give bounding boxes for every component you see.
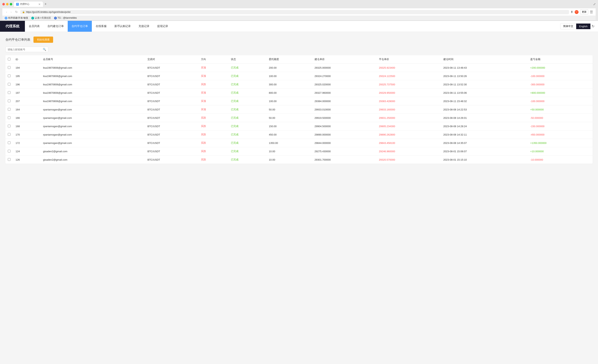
url-bar[interactable]: 🔒 https://jys105.timibbs.vip/Agent/Index… xyxy=(20,10,569,14)
select-all-checkbox[interactable] xyxy=(8,58,10,60)
row-checkbox-3[interactable] xyxy=(8,91,10,94)
forward-btn[interactable]: › xyxy=(9,10,12,14)
bookmark-dev[interactable]: ⚙ 程序搭建/开发/修复 xyxy=(5,16,28,20)
row-checkbox-10[interactable] xyxy=(8,150,10,153)
close-window-btn[interactable] xyxy=(2,3,5,5)
brand-title: 代理系统 xyxy=(5,24,19,29)
cell-direction: 买跌 xyxy=(199,155,229,164)
cell-pair: BTC/USDT xyxy=(145,64,199,72)
cell-status: 已完成 xyxy=(229,105,266,114)
row-checkbox-11[interactable] xyxy=(8,158,10,161)
nav-withdraw[interactable]: 提现记录 xyxy=(153,21,172,32)
cell-id: 124 xyxy=(13,147,41,155)
lang-en-btn[interactable]: English xyxy=(576,24,590,29)
lang-switcher: 简体中文 English ↻ xyxy=(560,23,598,30)
cell-account: lisa19870808@gmail.com xyxy=(41,64,145,72)
cell-account: rpaniamogan@gmail.com xyxy=(41,122,145,130)
cell-open-time: 2023-08-08 14:28:24 xyxy=(441,122,528,130)
active-tab[interactable]: 代 代理中心 ✕ xyxy=(14,1,43,7)
cell-pnl: +10.000000 xyxy=(528,147,593,155)
row-checkbox-cell xyxy=(5,105,13,114)
maximize-icon[interactable]: ⤢ xyxy=(593,2,596,6)
col-status: 状态 xyxy=(229,55,266,64)
cell-open-price: 29325.020000 xyxy=(312,80,377,89)
row-checkbox-1[interactable] xyxy=(8,74,10,77)
header-refresh-btn[interactable]: ↻ xyxy=(590,23,596,30)
cell-id: 164 xyxy=(13,105,41,114)
maximize-window-btn[interactable] xyxy=(10,3,12,5)
cell-account: rpaniamogan@gmail.com xyxy=(41,105,145,114)
search-icon: 🔍 xyxy=(43,48,46,51)
nav-open-orders[interactable]: 合约建仓订单 xyxy=(44,21,68,32)
col-pnl: 盈亏金额 xyxy=(528,55,593,64)
update-btn[interactable]: 更新 xyxy=(580,9,588,14)
cell-close-price: 29905.234300 xyxy=(377,122,441,130)
nav-recharge[interactable]: 充值记录 xyxy=(135,21,153,32)
nav-members-label: 会员列表 xyxy=(29,24,40,28)
row-checkbox-4[interactable] xyxy=(8,100,10,102)
tab-favicon: 代 xyxy=(16,3,19,6)
bookmark-tg[interactable]: ✈ TG：@tianmeibbs xyxy=(54,16,77,20)
tab-close-btn[interactable]: ✕ xyxy=(38,3,41,6)
traffic-lights xyxy=(2,3,12,5)
cell-pair: BTC/USDT xyxy=(145,147,199,155)
minimize-window-btn[interactable] xyxy=(6,3,8,5)
reload-btn[interactable]: ↻ xyxy=(14,10,19,14)
app-header: 代理系统 会员列表 合约建仓订单 合约平仓订单 在线客服 新币认购记录 充值记录… xyxy=(0,21,598,32)
cell-direction: 买跌 xyxy=(199,80,229,89)
row-checkbox-6[interactable] xyxy=(8,116,10,119)
col-amount: 委托额度 xyxy=(266,55,312,64)
cell-direction: 买涨 xyxy=(199,105,229,114)
col-open-time: 建仓时间 xyxy=(441,55,528,64)
lang-zh-btn[interactable]: 简体中文 xyxy=(560,23,576,29)
cell-open-price: 29325.000000 xyxy=(312,64,377,72)
table-row: 196 lisa19870808@gmail.com BTC/USDT 买跌 已… xyxy=(5,80,593,89)
cell-pair: BTC/USDT xyxy=(145,139,199,147)
table-header-row: ID 会员账号 交易对 方向 状态 委托额度 建仓单价 平仓单价 建仓时间 盈亏… xyxy=(5,55,593,64)
cell-close-price: 29329.950000 xyxy=(377,89,441,97)
cell-id: 196 xyxy=(13,80,41,89)
cell-amount: 10.00 xyxy=(266,147,312,155)
cell-pnl: -450.000000 xyxy=(528,130,593,139)
row-checkbox-8[interactable] xyxy=(8,133,10,136)
row-checkbox-cell xyxy=(5,130,13,139)
cell-open-price: 29301.700000 xyxy=(312,155,377,164)
row-checkbox-5[interactable] xyxy=(8,108,10,111)
new-tab-btn[interactable]: + xyxy=(45,2,47,6)
row-checkbox-9[interactable] xyxy=(8,141,10,144)
table-row: 164 rpaniamogan@gmail.com BTC/USDT 买涨 已完… xyxy=(5,105,593,114)
cell-status: 已完成 xyxy=(229,155,266,164)
cell-pnl: +50.000000 xyxy=(528,105,593,114)
row-checkbox-0[interactable] xyxy=(8,66,10,69)
nav-new-coin[interactable]: 新币认购记录 xyxy=(110,21,135,32)
cell-account: rpaniamogan@gmail.com xyxy=(41,114,145,122)
header-checkbox-cell xyxy=(5,55,13,64)
bookmark-dev-label: 程序搭建/开发/修复 xyxy=(8,16,28,20)
bookmark-tg-label: TG：@tianmeibbs xyxy=(58,16,77,20)
row-checkbox-7[interactable] xyxy=(8,125,10,127)
cell-direction: 买跌 xyxy=(199,130,229,139)
nav-members[interactable]: 会员列表 xyxy=(25,21,44,32)
cell-close-price: 29843.458100 xyxy=(377,139,441,147)
cell-status: 已完成 xyxy=(229,80,266,89)
search-input[interactable] xyxy=(8,48,42,51)
init-search-btn[interactable]: 初始化搜索 xyxy=(33,37,53,43)
nav-close-orders[interactable]: 合约平仓订单 xyxy=(68,21,92,32)
bookmark-tianmei[interactable]: ✓ 认准->天美社区 xyxy=(31,16,51,20)
menu-btn[interactable]: ☰ xyxy=(590,10,593,14)
brave-shield-icon[interactable]: 🛡 xyxy=(575,10,579,14)
col-pair: 交易对 xyxy=(145,55,199,64)
search-input-wrap[interactable]: 🔍 xyxy=(5,47,48,52)
row-checkbox-cell xyxy=(5,139,13,147)
row-checkbox-cell xyxy=(5,147,13,155)
cell-pair: BTC/USDT xyxy=(145,97,199,105)
back-btn[interactable]: ‹ xyxy=(5,10,8,14)
cell-pnl: -100.000000 xyxy=(528,97,593,105)
cell-close-price: 29933.160000 xyxy=(377,105,441,114)
share-btn[interactable]: ⬆ xyxy=(571,10,573,14)
cell-pnl: -100.000000 xyxy=(528,72,593,80)
row-checkbox-2[interactable] xyxy=(8,83,10,86)
cell-amount: 50.00 xyxy=(266,114,312,122)
cell-open-time: 2023-08-11 13:55:06 xyxy=(441,89,528,97)
nav-support[interactable]: 在线客服 xyxy=(92,21,110,32)
